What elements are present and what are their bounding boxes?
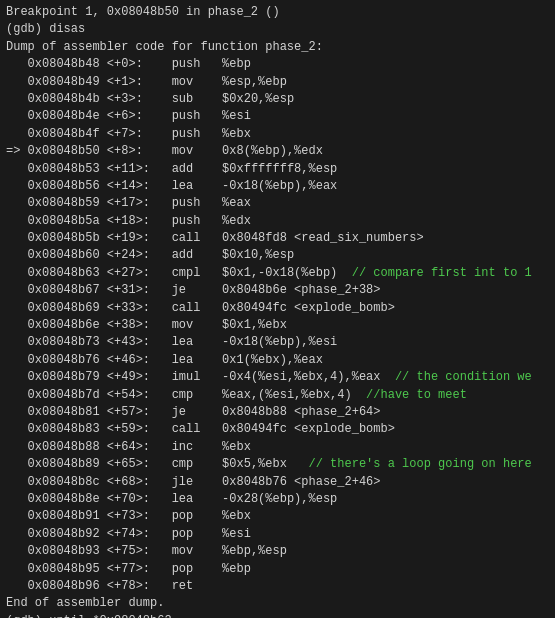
- asm-offset: <+77>:: [100, 562, 150, 576]
- asm-operand: 0x8048b88 <phase_2+64>: [186, 405, 380, 419]
- asm-tabs: [143, 92, 172, 106]
- asm-addr: 0x08048b4b: [6, 92, 100, 106]
- asm-operand: -0x18(%ebp),%eax: [193, 179, 337, 193]
- asm-offset: <+0>:: [100, 57, 143, 71]
- asm-operand: $0x1,-0x18(%ebp): [200, 266, 337, 280]
- asm-offset: <+14>:: [100, 179, 150, 193]
- asm-offset: <+17>:: [100, 196, 150, 210]
- asm-mnemonic: jle: [172, 475, 194, 489]
- asm-tabs: [143, 144, 172, 158]
- asm-offset: <+68>:: [100, 475, 150, 489]
- asm-operand: %eax,(%esi,%ebx,4): [193, 388, 351, 402]
- asm-mnemonic: call: [172, 231, 201, 245]
- asm-tabs: [150, 370, 172, 384]
- asm-operand: 0x80494fc <explode_bomb>: [200, 301, 394, 315]
- asm-comment: // the condition we: [381, 370, 532, 384]
- asm-offset: <+54>:: [100, 388, 150, 402]
- terminal-line: Dump of assembler code for function phas…: [6, 40, 323, 54]
- asm-operand: %ebp: [200, 57, 250, 71]
- asm-tabs: [150, 509, 172, 523]
- asm-offset: <+38>:: [100, 318, 150, 332]
- asm-mnemonic: call: [172, 422, 201, 436]
- asm-offset: <+43>:: [100, 335, 150, 349]
- asm-operand: -0x4(%esi,%ebx,4),%eax: [200, 370, 380, 384]
- asm-tabs: [150, 231, 172, 245]
- asm-mnemonic: inc: [172, 440, 194, 454]
- asm-offset: <+18>:: [100, 214, 150, 228]
- asm-operand: $0x5,%ebx: [193, 457, 287, 471]
- asm-tabs: [150, 475, 172, 489]
- asm-tabs: [150, 179, 172, 193]
- asm-offset: <+19>:: [100, 231, 150, 245]
- asm-tabs: [150, 457, 172, 471]
- asm-addr: 0x08048b73: [6, 335, 100, 349]
- asm-mnemonic: cmp: [172, 388, 194, 402]
- asm-mnemonic: cmp: [172, 457, 194, 471]
- asm-operand: %eax: [200, 196, 250, 210]
- asm-tabs: [150, 353, 172, 367]
- asm-comment: // there's a loop going on here: [287, 457, 532, 471]
- terminal: Breakpoint 1, 0x08048b50 in phase_2 () (…: [0, 0, 555, 618]
- asm-tabs: [150, 562, 172, 576]
- asm-tabs: [150, 544, 172, 558]
- asm-tabs: [150, 335, 172, 349]
- asm-mnemonic: add: [172, 248, 194, 262]
- asm-offset: <+24>:: [100, 248, 150, 262]
- asm-addr: 0x08048b83: [6, 422, 100, 436]
- asm-tabs: [150, 266, 172, 280]
- asm-tabs: [143, 127, 172, 141]
- asm-mnemonic: push: [172, 127, 201, 141]
- asm-offset: <+49>:: [100, 370, 150, 384]
- asm-mnemonic: pop: [172, 562, 194, 576]
- asm-addr: 0x08048b76: [6, 353, 100, 367]
- asm-operand: %ebx: [200, 127, 250, 141]
- asm-tabs: [143, 75, 172, 89]
- asm-operand: %ebx: [193, 440, 251, 454]
- asm-mnemonic: lea: [172, 179, 194, 193]
- asm-mnemonic: call: [172, 301, 201, 315]
- terminal-line: Breakpoint 1, 0x08048b50 in phase_2 (): [6, 5, 280, 19]
- asm-mnemonic: cmpl: [172, 266, 201, 280]
- asm-mnemonic: imul: [172, 370, 201, 384]
- asm-addr: 0x08048b7d: [6, 388, 100, 402]
- asm-tabs: [150, 440, 172, 454]
- asm-operand: %ebp,%esp: [193, 544, 287, 558]
- asm-offset: <+57>:: [100, 405, 150, 419]
- asm-mnemonic: lea: [172, 335, 194, 349]
- asm-operand: %esp,%ebp: [193, 75, 287, 89]
- asm-operand: 0x1(%ebx),%eax: [193, 353, 323, 367]
- asm-addr: 0x08048b56: [6, 179, 100, 193]
- asm-mnemonic: lea: [172, 353, 194, 367]
- asm-addr: 0x08048b59: [6, 196, 100, 210]
- asm-addr: 0x08048b81: [6, 405, 100, 419]
- asm-offset: <+64>:: [100, 440, 150, 454]
- asm-offset: <+74>:: [100, 527, 150, 541]
- asm-addr: 0x08048b5a: [6, 214, 100, 228]
- asm-mnemonic: push: [172, 109, 201, 123]
- asm-tabs: [150, 388, 172, 402]
- asm-tabs: [150, 527, 172, 541]
- asm-mnemonic: pop: [172, 509, 194, 523]
- asm-operand: $0x20,%esp: [193, 92, 294, 106]
- terminal-line: (gdb) until *0x08048b63: [6, 614, 172, 618]
- asm-addr: 0x08048b53: [6, 162, 100, 176]
- asm-offset: <+1>:: [100, 75, 143, 89]
- asm-addr: 0x08048b96: [6, 579, 100, 593]
- asm-operand: %esi: [200, 109, 250, 123]
- asm-mnemonic: lea: [172, 492, 194, 506]
- asm-addr: 0x08048b6e: [6, 318, 100, 332]
- asm-mnemonic: je: [172, 405, 186, 419]
- asm-offset: <+65>:: [100, 457, 150, 471]
- asm-addr: 0x08048b92: [6, 527, 100, 541]
- asm-tabs: [150, 405, 172, 419]
- asm-addr: 0x08048b79: [6, 370, 100, 384]
- asm-operand: 0x80494fc <explode_bomb>: [200, 422, 394, 436]
- asm-addr: 0x08048b5b: [6, 231, 100, 245]
- asm-offset: <+78>:: [100, 579, 150, 593]
- asm-comment: // compare first int to 1: [337, 266, 531, 280]
- asm-offset: <+70>:: [100, 492, 150, 506]
- asm-operand: $0xfffffff8,%esp: [193, 162, 337, 176]
- asm-mnemonic: je: [172, 283, 186, 297]
- asm-tabs: [150, 318, 172, 332]
- asm-offset: <+3>:: [100, 92, 143, 106]
